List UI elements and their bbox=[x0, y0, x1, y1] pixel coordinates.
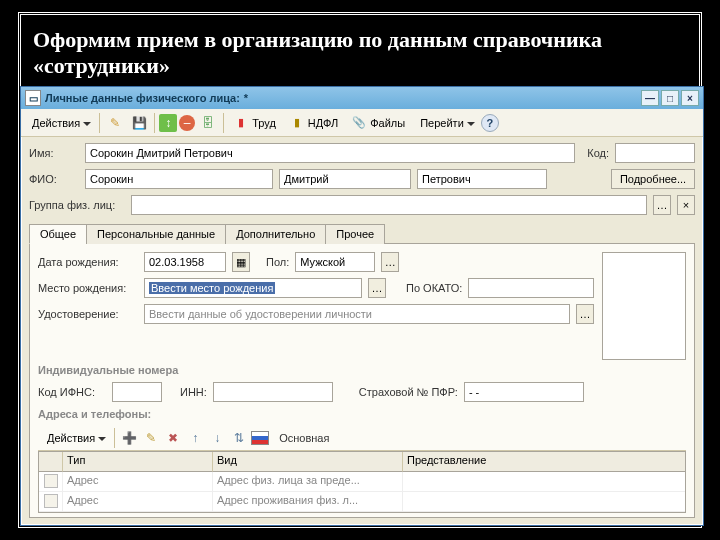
tab-additional[interactable]: Дополнительно bbox=[225, 224, 326, 244]
group-clear-button[interactable]: × bbox=[677, 195, 695, 215]
addr-grid: Тип Вид Представление Адрес Адрес физ. л… bbox=[38, 451, 686, 513]
photo-box[interactable] bbox=[602, 252, 686, 360]
tab-personal[interactable]: Персональные данные bbox=[86, 224, 226, 244]
sex-input[interactable]: Мужской bbox=[295, 252, 375, 272]
more-button[interactable]: Подробнее... bbox=[611, 169, 695, 189]
addr-edit-icon[interactable]: ✎ bbox=[141, 428, 161, 448]
addr-down-icon[interactable]: ↓ bbox=[207, 428, 227, 448]
addr-add-icon[interactable]: ➕ bbox=[119, 428, 139, 448]
patronym-input[interactable]: Петрович bbox=[417, 169, 547, 189]
title-bar[interactable]: ▭ Личные данные физического лица: * — □ … bbox=[21, 87, 703, 109]
actions-menu[interactable]: Действия bbox=[25, 114, 95, 132]
addr-flag-icon[interactable] bbox=[251, 431, 269, 445]
id-label: Удостоверение: bbox=[38, 308, 138, 320]
group-input[interactable] bbox=[131, 195, 647, 215]
firstname-input[interactable]: Дмитрий bbox=[279, 169, 411, 189]
app-window: ▭ Личные данные физического лица: * — □ … bbox=[20, 86, 704, 526]
modified-indicator: * bbox=[244, 92, 248, 104]
okato-input[interactable] bbox=[468, 278, 594, 298]
grid-col-kind[interactable]: Вид bbox=[213, 452, 403, 472]
okato-label: По ОКАТО: bbox=[406, 282, 462, 294]
pob-input[interactable]: Ввести место рождения bbox=[144, 278, 362, 298]
ndfl-button[interactable]: ▮НДФЛ bbox=[284, 114, 344, 132]
tab-other[interactable]: Прочее bbox=[325, 224, 385, 244]
main-toolbar: Действия ✎ 💾 ↕ – 🗄 ▮Труд ▮НДФЛ 📎Файлы Пе… bbox=[21, 109, 703, 137]
files-button[interactable]: 📎Файлы bbox=[346, 114, 411, 132]
dob-picker-button[interactable]: ▦ bbox=[232, 252, 250, 272]
sex-select-button[interactable]: … bbox=[381, 252, 399, 272]
code-label: Код: bbox=[581, 147, 609, 159]
close-button[interactable]: × bbox=[681, 90, 699, 106]
name-input[interactable]: Сорокин Дмитрий Петрович bbox=[85, 143, 575, 163]
addr-del-icon[interactable]: ✖ bbox=[163, 428, 183, 448]
ind-numbers-label: Индивидуальные номера bbox=[38, 364, 686, 376]
doc-icon: ▭ bbox=[25, 90, 41, 106]
table-row[interactable]: Адрес Адрес физ. лица за преде... bbox=[39, 472, 685, 492]
name-label: Имя: bbox=[29, 147, 79, 159]
addr-main-label: Основная bbox=[279, 432, 329, 444]
maximize-button[interactable]: □ bbox=[661, 90, 679, 106]
slide-title: Оформим прием в организацию по данным сп… bbox=[33, 27, 687, 80]
group-select-button[interactable]: … bbox=[653, 195, 671, 215]
ifns-label: Код ИФНС: bbox=[38, 386, 106, 398]
id-input[interactable]: Ввести данные об удостоверении личности bbox=[144, 304, 570, 324]
save-icon[interactable]: 💾 bbox=[128, 112, 150, 134]
row-icon bbox=[44, 474, 58, 488]
grid-col-type[interactable]: Тип bbox=[63, 452, 213, 472]
grid-col-repr[interactable]: Представление bbox=[403, 452, 685, 472]
trud-button[interactable]: ▮Труд bbox=[228, 114, 282, 132]
dob-input[interactable]: 02.03.1958 bbox=[144, 252, 226, 272]
inn-label: ИНН: bbox=[180, 386, 207, 398]
tab-strip: Общее Персональные данные Дополнительно … bbox=[29, 223, 695, 244]
tab-general[interactable]: Общее bbox=[29, 224, 87, 244]
pob-label: Место рождения: bbox=[38, 282, 138, 294]
surname-input[interactable]: Сорокин bbox=[85, 169, 273, 189]
fio-label: ФИО: bbox=[29, 173, 79, 185]
add-icon[interactable]: ↕ bbox=[159, 114, 177, 132]
help-button[interactable]: ? bbox=[481, 114, 499, 132]
pob-select-button[interactable]: … bbox=[368, 278, 386, 298]
sex-label: Пол: bbox=[266, 256, 289, 268]
addr-sort-icon[interactable]: ⇅ bbox=[229, 428, 249, 448]
addr-up-icon[interactable]: ↑ bbox=[185, 428, 205, 448]
stop-icon[interactable]: – bbox=[179, 115, 195, 131]
pfr-input[interactable]: - - bbox=[464, 382, 584, 402]
inn-input[interactable] bbox=[213, 382, 333, 402]
window-title: Личные данные физического лица: bbox=[45, 92, 240, 104]
addr-actions-menu[interactable]: Действия bbox=[40, 429, 110, 447]
pfr-label: Страховой № ПФР: bbox=[359, 386, 458, 398]
code-input[interactable] bbox=[615, 143, 695, 163]
addr-toolbar: Действия ➕ ✎ ✖ ↑ ↓ ⇅ Основная bbox=[38, 426, 686, 451]
new-icon[interactable]: ✎ bbox=[104, 112, 126, 134]
group-label: Группа физ. лиц: bbox=[29, 199, 125, 211]
addr-section-label: Адреса и телефоны: bbox=[38, 408, 686, 420]
id-select-button[interactable]: … bbox=[576, 304, 594, 324]
row-icon bbox=[44, 494, 58, 508]
general-tabpage: Дата рождения: 02.03.1958 ▦ Пол: Мужской… bbox=[29, 244, 695, 518]
goto-menu[interactable]: Перейти bbox=[413, 114, 479, 132]
table-row[interactable]: Адрес Адрес проживания физ. л... bbox=[39, 492, 685, 512]
minimize-button[interactable]: — bbox=[641, 90, 659, 106]
ifns-input[interactable] bbox=[112, 382, 162, 402]
grid-col-marker[interactable] bbox=[39, 452, 63, 472]
dob-label: Дата рождения: bbox=[38, 256, 138, 268]
db-icon[interactable]: 🗄 bbox=[197, 112, 219, 134]
